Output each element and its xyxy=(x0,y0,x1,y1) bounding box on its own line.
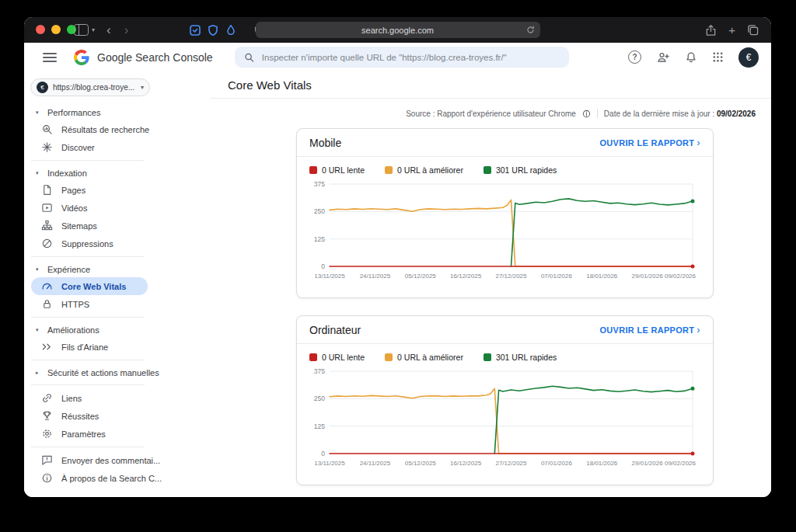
sidebar-item-parametres[interactable]: Paramètres xyxy=(31,425,148,443)
minimize-window-button[interactable] xyxy=(51,25,61,34)
source-text: Source : Rapport d'expérience utilisateu… xyxy=(406,110,576,118)
sidebar-item-pages[interactable]: Pages xyxy=(31,181,148,199)
extension-check-icon[interactable] xyxy=(189,24,201,37)
header-actions: ? € xyxy=(628,47,759,68)
pages-icon xyxy=(41,184,53,196)
caret-down-icon: ▾ xyxy=(36,170,42,176)
legend-swatch xyxy=(484,166,491,174)
sidebar-item-resultats-de-recherche[interactable]: Résultats de recherche xyxy=(31,120,148,138)
sidebar-item-sitemaps[interactable]: Sitemaps xyxy=(31,217,148,235)
open-report-link[interactable]: OUVRIR LE RAPPORT › xyxy=(600,325,700,335)
url-inspection-bar[interactable] xyxy=(235,47,569,68)
desktop-card: Ordinateur OUVRIR LE RAPPORT › 0 URL len… xyxy=(296,315,714,485)
info-icon[interactable] xyxy=(582,110,591,118)
feedback-icon xyxy=(41,454,53,466)
chevron-down-icon: ▾ xyxy=(92,26,95,33)
svg-text:250: 250 xyxy=(314,207,325,215)
svg-text:18/01/2026: 18/01/2026 xyxy=(586,273,618,280)
group-label: Expérience xyxy=(47,265,90,274)
menu-icon[interactable] xyxy=(43,53,57,62)
apps-grid-icon[interactable] xyxy=(712,51,724,63)
legend-slow-urls[interactable]: 0 URL lente xyxy=(309,353,365,362)
legend-swatch xyxy=(309,353,317,361)
legend-needs-improvement-urls[interactable]: 0 URL à améliorer xyxy=(385,353,463,362)
svg-text:29/01/2026: 29/01/2026 xyxy=(632,460,664,467)
reload-icon[interactable] xyxy=(526,26,535,36)
legend-slow-urls[interactable]: 0 URL lente xyxy=(309,165,365,175)
achievements-icon xyxy=(41,410,53,422)
gsc-sidebar: € https://blog.crea-troye... ▾ ▾ Perform… xyxy=(24,71,211,497)
tab-overview-icon[interactable] xyxy=(747,24,759,36)
legend-needs-improvement-urls[interactable]: 0 URL à améliorer xyxy=(385,165,463,175)
svg-text:29/01/2026: 29/01/2026 xyxy=(632,273,664,280)
divider xyxy=(31,317,145,318)
extensions xyxy=(189,17,264,43)
extension-shield-icon[interactable] xyxy=(207,24,219,37)
sidebar-item-videos[interactable]: Vidéos xyxy=(31,199,148,217)
sidebar-item-core-web-vitals[interactable]: Core Web Vitals xyxy=(31,277,148,295)
caret-down-icon: ▾ xyxy=(36,110,42,116)
svg-text:0: 0 xyxy=(321,450,325,457)
sidebar-group-experience[interactable]: ▾ Expérience xyxy=(24,261,211,277)
share-icon[interactable] xyxy=(705,24,717,37)
person-add-icon[interactable] xyxy=(656,51,670,64)
sidebar-item-about[interactable]: À propos de la Search C... xyxy=(31,469,148,487)
sidebar-item-discover[interactable]: Discover xyxy=(31,138,148,156)
back-button[interactable]: ‹ xyxy=(105,23,113,37)
svg-text:27/12/2025: 27/12/2025 xyxy=(495,273,527,280)
legend-fast-urls[interactable]: 301 URL rapides xyxy=(484,353,557,362)
discover-icon xyxy=(41,141,53,153)
sidebar-item-fils-d-ariane[interactable]: Fils d'Ariane xyxy=(31,338,148,356)
forward-button[interactable]: › xyxy=(123,23,131,37)
address-bar[interactable]: search.google.com xyxy=(256,22,540,38)
sidebar-item-suppressions[interactable]: Suppressions xyxy=(31,235,148,252)
breadcrumbs-icon xyxy=(41,341,53,353)
svg-text:13/11/2025: 13/11/2025 xyxy=(314,460,345,467)
product-name: Google Search Console xyxy=(97,51,213,64)
browser-titlebar: ▾ ‹ › search.google.com + xyxy=(24,17,771,43)
property-selector[interactable]: € https://blog.crea-troye... ▾ xyxy=(30,78,150,96)
sidebar-toggle-button[interactable]: ▾ xyxy=(74,24,95,36)
report-meta: Source : Rapport d'expérience utilisateu… xyxy=(211,99,771,128)
sidebar-item-liens[interactable]: Liens xyxy=(31,389,148,407)
sidebar-group-performances[interactable]: ▾ Performances xyxy=(24,104,211,120)
sidebar-group-ameliorations[interactable]: ▾ Améliorations xyxy=(24,322,211,338)
search-icon xyxy=(244,52,254,63)
svg-text:0: 0 xyxy=(321,263,325,270)
page-title-bar: Core Web Vitals xyxy=(211,71,771,99)
sidebar-group-indexation[interactable]: ▾ Indexation xyxy=(24,165,211,181)
group-label: Indexation xyxy=(47,169,87,178)
account-avatar[interactable]: € xyxy=(738,47,759,68)
new-tab-icon[interactable]: + xyxy=(728,24,735,36)
help-icon[interactable]: ? xyxy=(628,50,641,64)
item-label: Paramètres xyxy=(61,429,106,439)
close-window-button[interactable] xyxy=(36,25,45,34)
item-label: Core Web Vitals xyxy=(61,282,126,291)
item-label: Vidéos xyxy=(61,203,87,213)
svg-text:05/12/2025: 05/12/2025 xyxy=(405,273,437,280)
item-label: Résultats de recherche xyxy=(61,125,149,134)
sidebar-group-securite[interactable]: ▸ Sécurité et actions manuelles xyxy=(24,364,211,381)
item-label: Liens xyxy=(61,394,82,403)
notifications-bell-icon[interactable] xyxy=(685,51,697,64)
legend-swatch xyxy=(385,166,393,174)
legend-fast-urls[interactable]: 301 URL rapides xyxy=(484,165,557,175)
desktop-cwv-chart: 012525037513/11/202524/11/202505/12/2025… xyxy=(306,365,699,480)
sidebar-item-reussites[interactable]: Réussites xyxy=(31,407,148,425)
property-label: https://blog.crea-troye... xyxy=(53,83,134,92)
item-label: Sitemaps xyxy=(61,221,97,231)
browser-actions: + xyxy=(705,17,759,43)
extension-drop-icon[interactable] xyxy=(225,24,237,37)
search-results-icon xyxy=(41,123,53,135)
svg-text:13/11/2025: 13/11/2025 xyxy=(314,273,345,280)
legend-swatch xyxy=(309,166,317,174)
sidebar-item-feedback[interactable]: Envoyer des commentai... xyxy=(31,451,148,469)
open-report-link[interactable]: OUVRIR LE RAPPORT › xyxy=(600,137,700,148)
card-title: Mobile xyxy=(309,137,341,149)
sidebar-item-https[interactable]: HTTPS xyxy=(31,295,148,313)
card-title: Ordinateur xyxy=(309,324,361,336)
svg-text:27/12/2025: 27/12/2025 xyxy=(495,460,527,467)
info-icon xyxy=(41,472,53,484)
chart-area: 012525037513/11/202524/11/202505/12/2025… xyxy=(297,362,713,485)
url-inspection-input[interactable] xyxy=(262,53,560,62)
